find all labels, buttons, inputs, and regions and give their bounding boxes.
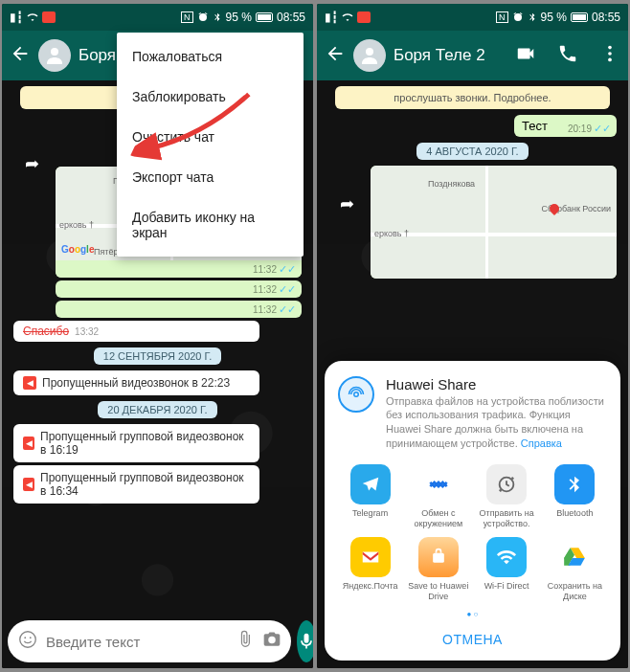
battery-icon xyxy=(256,12,273,22)
phone-right: ▮┇ N 95 % 08:55 Боря Теле 2 xyxy=(317,4,628,668)
bluetooth-icon xyxy=(528,11,537,23)
clock-text: 08:55 xyxy=(277,11,305,24)
mail-icon xyxy=(357,11,371,23)
nfc-icon: N xyxy=(181,11,193,23)
page-indicator: ● ○ xyxy=(338,610,607,618)
date-separator: 12 СЕНТЯБРЯ 2020 Г. xyxy=(94,347,221,365)
svg-point-4 xyxy=(366,48,373,56)
svg-rect-10 xyxy=(433,553,444,563)
svg-point-6 xyxy=(608,52,612,56)
forward-icon[interactable]: ➦ xyxy=(340,193,354,214)
date-separator: 4 АВГУСТА 2020 Г. xyxy=(416,143,528,160)
svg-point-1 xyxy=(20,632,36,648)
date-separator: 20 ДЕКАБРЯ 2020 Г. xyxy=(98,401,216,418)
signal-icon: ▮┇ xyxy=(10,11,23,24)
menu-shortcut[interactable]: Добавить иконку на экран xyxy=(117,197,304,253)
voice-call-icon[interactable] xyxy=(557,43,578,68)
share-bluetooth[interactable]: Bluetooth xyxy=(543,464,607,529)
message-input[interactable] xyxy=(46,634,228,650)
share-description: Отправка файлов на устройства поблизости… xyxy=(386,394,607,451)
signal-icon: ▮┇ xyxy=(325,11,338,24)
mic-button[interactable] xyxy=(297,620,313,662)
info-banner: прослушать звонки. Подробнее. xyxy=(335,86,611,109)
outgoing-message[interactable]: 11:32✓✓ xyxy=(56,280,302,298)
battery-icon xyxy=(571,12,588,22)
share-google-drive[interactable]: Сохранить на Диске xyxy=(543,537,607,602)
forward-icon[interactable]: ➦ xyxy=(25,153,39,174)
video-missed-icon: ◀ xyxy=(23,478,34,491)
nfc-icon: N xyxy=(496,11,508,23)
huawei-share-icon xyxy=(338,376,374,413)
battery-text: 95 % xyxy=(226,11,252,24)
svg-point-7 xyxy=(608,58,612,62)
input-bar xyxy=(8,620,307,662)
status-bar: ▮┇ N 95 % 08:55 xyxy=(317,4,628,31)
phone-left: ▮┇ N 95 % 08:55 Боря Т прослу xyxy=(2,4,313,668)
alarm-icon xyxy=(512,11,524,23)
video-missed-icon: ◀ xyxy=(23,376,36,390)
missed-call-message[interactable]: ◀ Пропущенный групповой видеозвонок в 16… xyxy=(13,465,259,504)
svg-point-0 xyxy=(51,48,58,56)
share-nearby[interactable]: Обмен с окружением xyxy=(406,464,470,529)
video-missed-icon: ◀ xyxy=(23,437,34,450)
deleted-message[interactable]: Спасибо 13:32 xyxy=(13,321,259,342)
outgoing-message[interactable]: Тест 20:19✓✓ xyxy=(514,115,617,137)
back-icon[interactable] xyxy=(325,43,346,68)
battery-text: 95 % xyxy=(541,11,567,24)
svg-point-5 xyxy=(608,46,612,50)
emoji-icon[interactable] xyxy=(17,629,38,654)
clock-text: 08:55 xyxy=(592,11,620,24)
mail-icon xyxy=(42,11,56,23)
svg-point-8 xyxy=(354,392,359,396)
share-yandex-mail[interactable]: Яндекс.Почта xyxy=(338,537,402,602)
camera-icon[interactable] xyxy=(262,630,281,653)
share-telegram[interactable]: Telegram xyxy=(338,464,402,529)
outgoing-message[interactable]: 11:32✓✓ xyxy=(56,301,302,318)
back-icon[interactable] xyxy=(10,43,31,68)
svg-point-2 xyxy=(24,637,26,638)
svg-point-3 xyxy=(30,637,32,638)
avatar[interactable] xyxy=(353,39,386,72)
status-bar: ▮┇ N 95 % 08:55 xyxy=(2,4,313,31)
share-sheet: Huawei Share Отправка файлов на устройст… xyxy=(325,361,620,661)
google-logo: Google xyxy=(61,244,94,255)
alarm-icon xyxy=(197,11,209,23)
avatar[interactable] xyxy=(38,39,71,72)
missed-call-message[interactable]: ◀ Пропущенный групповой видеозвонок в 16… xyxy=(13,424,259,462)
cancel-button[interactable]: ОТМЕНА xyxy=(338,622,607,651)
app-bar: Боря Теле 2 xyxy=(317,31,628,80)
bluetooth-icon xyxy=(213,11,222,23)
video-call-icon[interactable] xyxy=(515,43,536,68)
more-icon[interactable] xyxy=(599,43,620,68)
message-field[interactable] xyxy=(8,620,291,662)
location-message[interactable]: ерковь † Позднякова Сбербанк России xyxy=(371,166,617,279)
attach-icon[interactable] xyxy=(236,630,255,653)
share-huawei-drive[interactable]: Save to Huawei Drive xyxy=(406,537,470,602)
share-help-link[interactable]: Справка xyxy=(521,437,562,449)
share-wifi-direct[interactable]: Wi-Fi Direct xyxy=(475,537,539,602)
wifi-icon xyxy=(27,11,38,23)
missed-call-message[interactable]: ◀ Пропущенный видеозвонок в 22:23 xyxy=(13,370,259,395)
share-title: Huawei Share xyxy=(386,376,607,392)
share-send-device[interactable]: Отправить на устройство. xyxy=(475,464,539,529)
chat-title[interactable]: Боря Теле 2 xyxy=(394,46,507,65)
wifi-icon xyxy=(342,11,353,23)
